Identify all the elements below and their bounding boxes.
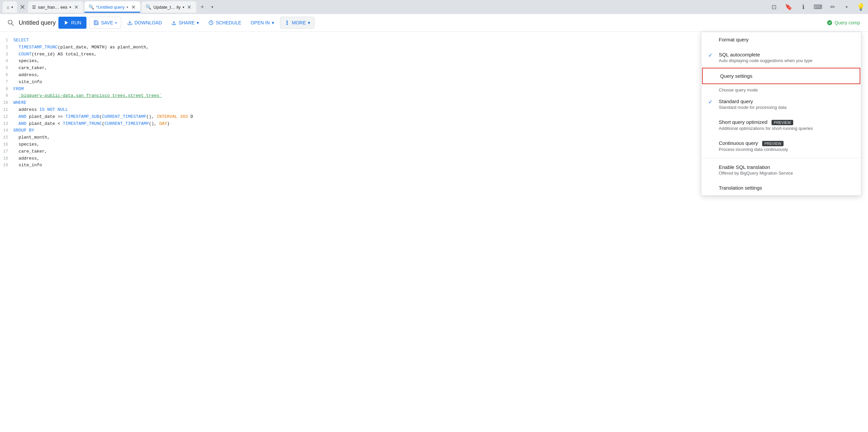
tab-dropdown-untitled[interactable]: ▾ [127,5,128,9]
query-complete-status: Query comp [827,20,863,26]
query-icon: 🔍 [89,4,94,10]
check-icon-standard: ✓ [708,99,715,105]
enable-sql-title: Enable SQL translation [719,164,854,170]
menu-item-standard-query[interactable]: ✓ Standard query Standard mode for proce… [702,94,861,115]
download-label: DOWNLOAD [134,20,162,25]
close-home-tab[interactable]: ✕ [18,3,27,11]
save-button[interactable]: SAVE ▾ [89,17,121,29]
enable-sql-subtitle: Offered by BigQuery Migration Service [719,171,854,176]
chrome-menu-dropdown[interactable]: ▾ [843,3,850,11]
svg-point-6 [287,21,288,22]
tab-dropdown-home[interactable]: ▾ [11,5,13,9]
svg-marker-2 [65,21,68,25]
save-dropdown-arrow[interactable]: ▾ [115,21,117,25]
active-tab-indicator [85,12,140,13]
svg-line-1 [12,24,14,26]
schedule-label: SCHEDULE [216,20,241,25]
sql-autocomplete-subtitle: Auto displaying code suggestions when yo… [719,58,854,63]
close-update-tab[interactable]: ✕ [186,4,192,10]
menu-item-continuous-query[interactable]: Continuous query PREVIEW Process incomin… [702,135,861,157]
lightbulb-icon[interactable]: 💡 [856,2,865,12]
info-icon[interactable]: ℹ [799,2,808,12]
page-title: Untitled query [19,19,56,26]
query-settings-title: Query settings [720,73,853,79]
share-dropdown-arrow[interactable]: ▾ [197,20,199,25]
save-label: SAVE [101,20,113,25]
download-button[interactable]: DOWNLOAD [124,17,165,29]
table-icon: ☰ [32,5,36,10]
standard-query-title: Standard query [719,98,854,104]
open-in-button[interactable]: OPEN IN ▾ [247,17,278,29]
continuous-query-title: Continuous query PREVIEW [719,140,854,146]
preview-badge-continuous: PREVIEW [762,141,784,146]
menu-item-sql-autocomplete[interactable]: ✓ SQL autocomplete Auto displaying code … [702,47,861,68]
choose-query-mode-label: Choose query mode [702,84,861,94]
main-content: 1 SELECT 2 TIMESTAMP_TRUNC(plant_date, M… [0,32,868,432]
menu-item-query-settings[interactable]: Query settings [702,68,860,84]
tab-dropdown-update[interactable]: ▾ [183,5,184,9]
svg-point-8 [827,20,832,25]
app-toolbar: Untitled query RUN SAVE ▾ DOWNLOAD SHARE… [0,14,868,32]
tab-untitled-query[interactable]: 🔍 *Untitled query ▾ ✕ [85,1,140,13]
open-in-dropdown-arrow[interactable]: ▾ [272,20,274,25]
more-button[interactable]: MORE ▾ [280,17,314,29]
short-query-title: Short query optimized PREVIEW [719,119,854,125]
close-san-fran-tab[interactable]: ✕ [73,4,79,10]
tab-update[interactable]: 🔍 Update_t… ily ▾ ✕ [142,1,196,13]
new-tab-button[interactable]: + [198,2,207,12]
schedule-button[interactable]: SCHEDULE [205,17,244,29]
tab-home[interactable]: ⌂ ▾ [3,1,17,13]
home-icon: ⌂ [7,5,9,10]
share-label: SHARE [179,20,195,25]
continuous-query-subtitle: Process incoming data continuously [719,147,854,152]
app-search-icon[interactable] [5,18,16,28]
tab-untitled-label: *Untitled query [96,5,125,10]
browser-top-icons: ⊡ 🔖 ℹ ⌨ ✏ ▾ 💡 [769,2,865,12]
menu-item-translation-settings[interactable]: Translation settings [702,180,861,195]
pen-icon[interactable]: ✏ [828,2,837,12]
menu-item-format-query[interactable]: Format query [702,32,861,47]
menu-item-short-query[interactable]: Short query optimized PREVIEW Additional… [702,115,861,135]
close-untitled-tab[interactable]: ✕ [130,4,136,10]
more-label: MORE [292,20,306,25]
share-button[interactable]: SHARE ▾ [168,17,202,29]
run-label: RUN [71,20,81,25]
browser-tab-bar: ⌂ ▾ ✕ ☰ san_fran… ees ▾ ✕ 🔍 *Untitled qu… [0,0,868,14]
open-in-label: OPEN IN [251,20,270,25]
tab-update-label: Update_t… ily [153,5,181,10]
svg-point-7 [287,24,288,25]
tabs-dropdown-button[interactable]: ▾ [208,3,216,11]
translation-settings-title: Translation settings [719,185,854,191]
check-icon-autocomplete: ✓ [708,52,715,58]
menu-item-enable-sql[interactable]: Enable SQL translation Offered by BigQue… [702,160,861,180]
tab-san-fran-label: san_fran… ees [38,5,67,10]
extensions-icon[interactable]: ⌨ [813,2,823,12]
query-complete-label: Query comp [835,20,860,25]
short-query-subtitle: Additional optimizations for short-runni… [719,126,854,131]
more-dropdown-arrow[interactable]: ▾ [308,20,310,25]
more-dropdown-menu: Format query ✓ SQL autocomplete Auto dis… [701,32,861,196]
menu-divider-1 [702,158,861,158]
tab-san-fran[interactable]: ☰ san_fran… ees ▾ ✕ [28,1,83,13]
standard-query-subtitle: Standard mode for processing data [719,105,854,110]
sql-autocomplete-title: SQL autocomplete [719,52,854,57]
format-query-title: Format query [719,37,854,42]
bookmark-icon[interactable]: 🔖 [784,2,793,12]
tab-dropdown-san-fran[interactable]: ▾ [69,5,71,9]
update-query-icon: 🔍 [146,4,151,10]
run-button[interactable]: RUN [58,17,87,29]
cast-icon[interactable]: ⊡ [769,2,778,12]
preview-badge-short: PREVIEW [772,120,793,125]
svg-point-5 [287,22,288,23]
